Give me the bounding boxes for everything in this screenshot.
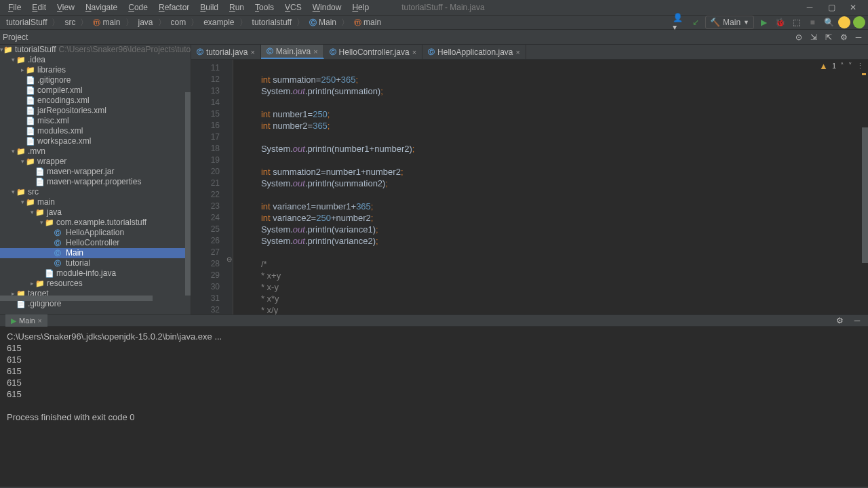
tree-node-tutorialStuff[interactable]: ▾📁tutorialStuffC:\Users\Snaker96\IdeaPro…	[0, 45, 191, 55]
avatar-1[interactable]	[838, 16, 850, 28]
tree-node-module-info-java[interactable]: 📄module-info.java	[0, 268, 191, 279]
code-line[interactable]: * x-y	[241, 281, 868, 293]
settings-icon[interactable]: ⚙	[837, 30, 850, 44]
tree-node-java[interactable]: ▾📁java	[0, 207, 191, 218]
tree-node-main[interactable]: ▾📁main	[0, 197, 191, 207]
tree-node-com-example-tutorialstuff[interactable]: ▾📁com.example.tutorialstuff	[0, 218, 191, 228]
breadcrumb-main[interactable]: ⓜmain	[90, 18, 123, 28]
console-output[interactable]: C:\Users\Snaker96\.jdks\openjdk-15.0.2\b…	[0, 327, 868, 487]
code-line[interactable]: System.out.println(summation2);	[241, 178, 868, 189]
code-line[interactable]: int variance2=250+number2;	[241, 212, 868, 224]
fold-marker[interactable]: ⊝	[226, 256, 232, 263]
menu-vcs[interactable]: VCS	[279, 0, 307, 15]
code-line[interactable]: * x+y	[241, 270, 868, 281]
maximize-icon[interactable]: ▢	[825, 2, 838, 13]
breadcrumb-main[interactable]: ⓜmain	[351, 18, 384, 28]
tree-node--gitignore[interactable]: 📄.gitignore	[0, 75, 191, 85]
code-line[interactable]: /*	[241, 258, 868, 270]
tree-node-tutorial[interactable]: Ⓒtutorial	[0, 258, 191, 268]
code-line[interactable]: int summation=250+365;	[241, 74, 868, 85]
menu-edit[interactable]: Edit	[26, 0, 52, 15]
menu-file[interactable]: File	[3, 0, 26, 15]
tree-node--idea[interactable]: ▾📁.idea	[0, 55, 191, 65]
code-line[interactable]: * x*y	[241, 293, 868, 304]
code-line[interactable]: System.out.println(summation);	[241, 85, 868, 97]
tree-node-maven-wrapper-properties[interactable]: 📄maven-wrapper.properties	[0, 177, 191, 187]
code-line[interactable]: System.out.println(variance1);	[241, 224, 868, 235]
editor-vertical-scrollbar[interactable]	[862, 127, 868, 263]
code-line[interactable]: int number1=250;	[241, 108, 868, 120]
collapse-all-icon[interactable]: ⇱	[822, 30, 835, 44]
code-line[interactable]	[241, 97, 868, 108]
coverage-button[interactable]: ⬚	[789, 16, 803, 29]
tree-node-workspace-xml[interactable]: 📄workspace.xml	[0, 136, 191, 146]
search-icon[interactable]: 🔍	[822, 16, 835, 29]
minimize-icon[interactable]: ─	[803, 2, 816, 13]
tree-horizontal-scrollbar[interactable]	[0, 296, 153, 301]
breadcrumb-example[interactable]: example	[200, 18, 237, 27]
tree-node-compiler-xml[interactable]: 📄compiler.xml	[0, 85, 191, 96]
tab-close-icon[interactable]: ×	[313, 47, 317, 56]
run-panel-hide-icon[interactable]: ─	[850, 314, 864, 327]
tree-node-resources[interactable]: ▸📁resources	[0, 279, 191, 289]
code-line[interactable]: int variance1=number1+365;	[241, 201, 868, 212]
tab-HelloController-java[interactable]: ⒸHelloController.java×	[324, 45, 423, 59]
tree-node--mvn[interactable]: ▾📁.mvn	[0, 146, 191, 157]
tab-Main-java[interactable]: ⒸMain.java×	[261, 45, 324, 59]
tree-node-jarRepositories-xml[interactable]: 📄jarRepositories.xml	[0, 106, 191, 116]
tab-close-icon[interactable]: ×	[412, 48, 416, 56]
code-line[interactable]: int summation2=number1+number2;	[241, 166, 868, 178]
breadcrumb-Main[interactable]: ⒸMain	[306, 18, 340, 28]
tree-node-Main[interactable]: ⒸMain	[0, 248, 191, 258]
avatar-2[interactable]	[853, 16, 865, 28]
run-config-selector[interactable]: 🔨 Main ▼	[705, 16, 754, 29]
code-line[interactable]: * x/y	[241, 304, 868, 314]
code-area[interactable]: 1112131415161718192021222324252627282930…	[191, 60, 868, 314]
user-add-icon[interactable]: 👤▾	[673, 16, 686, 29]
debug-button[interactable]: 🐞	[773, 16, 787, 29]
tree-node-misc-xml[interactable]: 📄misc.xml	[0, 116, 191, 126]
menu-help[interactable]: Help	[347, 0, 374, 15]
code-content[interactable]: int summation=250+365; System.out.printl…	[233, 60, 868, 314]
hide-panel-icon[interactable]: ─	[852, 30, 865, 44]
breadcrumb-com[interactable]: com	[167, 18, 190, 27]
run-tab[interactable]: ▶ Main ×	[5, 314, 47, 327]
select-opened-icon[interactable]: ⊙	[792, 30, 806, 44]
code-line[interactable]	[241, 189, 868, 201]
tree-node-encodings-xml[interactable]: 📄encodings.xml	[0, 96, 191, 106]
expand-all-icon[interactable]: ⇲	[807, 30, 821, 44]
close-icon[interactable]: ✕	[846, 2, 860, 13]
breadcrumb-tutorialStuff[interactable]: tutorialStuff	[3, 18, 50, 27]
tab-close-icon[interactable]: ×	[250, 48, 254, 56]
menu-tools[interactable]: Tools	[250, 0, 279, 15]
tree-node-HelloApplication[interactable]: ⒸHelloApplication	[0, 228, 191, 238]
stop-button[interactable]: ■	[806, 16, 819, 29]
code-line[interactable]: System.out.println(number1+number2);	[241, 143, 868, 155]
menu-window[interactable]: Window	[307, 0, 347, 15]
tab-tutorial-java[interactable]: Ⓒtutorial.java×	[191, 45, 261, 59]
tree-node-wrapper[interactable]: ▾📁wrapper	[0, 157, 191, 167]
code-line[interactable]	[241, 62, 868, 74]
tree-node-maven-wrapper-jar[interactable]: 📄maven-wrapper.jar	[0, 167, 191, 177]
code-line[interactable]	[241, 247, 868, 258]
run-tab-close-icon[interactable]: ×	[38, 317, 42, 325]
menu-navigate[interactable]: Navigate	[80, 0, 123, 15]
code-line[interactable]	[241, 131, 868, 143]
menu-code[interactable]: Code	[123, 0, 153, 15]
breadcrumb-java[interactable]: java	[135, 18, 157, 27]
code-line[interactable]	[241, 155, 868, 166]
menu-build[interactable]: Build	[195, 0, 224, 15]
vcs-update-icon[interactable]: ↙	[689, 16, 703, 29]
breadcrumb-tutorialstuff[interactable]: tutorialstuff	[249, 18, 295, 27]
menu-run[interactable]: Run	[224, 0, 250, 15]
tree-node-libraries[interactable]: ▸📁libraries	[0, 65, 191, 75]
breadcrumb-src[interactable]: src	[61, 18, 79, 27]
code-line[interactable]: int number2=365;	[241, 120, 868, 131]
code-line[interactable]: System.out.println(variance2);	[241, 235, 868, 247]
tree-node-HelloController[interactable]: ⒸHelloController	[0, 238, 191, 248]
run-panel-settings-icon[interactable]: ⚙	[833, 314, 846, 327]
run-button[interactable]: ▶	[757, 16, 770, 29]
tab-HelloApplication-java[interactable]: ⒸHelloApplication.java×	[422, 45, 526, 59]
project-panel-label[interactable]: Project	[3, 33, 28, 42]
tab-close-icon[interactable]: ×	[516, 48, 520, 56]
